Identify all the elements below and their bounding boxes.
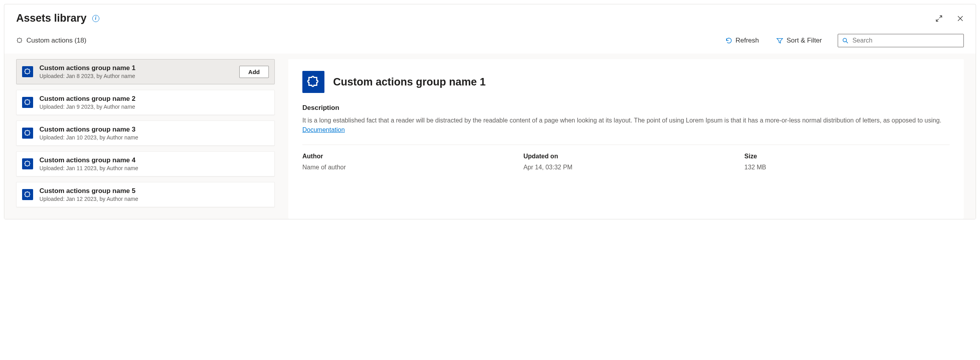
list-item-title: Custom actions group name 3 <box>39 126 269 134</box>
list-item[interactable]: Custom actions group name 5 Uploaded: Ja… <box>16 182 275 207</box>
detail-title: Custom actions group name 1 <box>333 76 486 88</box>
size-value: 132 MB <box>744 164 950 171</box>
puzzle-icon <box>302 71 324 93</box>
list-item[interactable]: Custom actions group name 4 Uploaded: Ja… <box>16 151 275 176</box>
puzzle-icon <box>22 189 33 200</box>
search-icon <box>842 37 848 44</box>
close-icon[interactable] <box>956 14 965 23</box>
detail-header: Custom actions group name 1 <box>302 71 950 93</box>
divider <box>302 145 950 145</box>
detail-pane: Custom actions group name 1 Description … <box>288 59 964 219</box>
tab-custom-actions[interactable]: Custom actions (18) <box>16 37 86 45</box>
metadata-row: Author Name of author Updated on Apr 14,… <box>302 153 950 171</box>
list-item-title: Custom actions group name 2 <box>39 95 269 103</box>
sort-filter-button[interactable]: Sort & Filter <box>774 35 824 46</box>
list-item[interactable]: Custom actions group name 2 Uploaded: Ja… <box>16 90 275 115</box>
refresh-icon <box>725 37 732 44</box>
tab-label: Custom actions (18) <box>26 37 86 45</box>
size-label: Size <box>744 153 950 160</box>
page-title: Assets library <box>16 12 87 24</box>
list-item-subtitle: Uploaded: Jan 10 2023, by Author name <box>39 134 269 141</box>
search-input[interactable] <box>852 37 960 44</box>
sort-filter-label: Sort & Filter <box>786 37 822 45</box>
puzzle-icon <box>22 97 33 108</box>
puzzle-icon <box>22 66 33 77</box>
search-box[interactable] <box>838 34 964 47</box>
updated-label: Updated on <box>524 153 729 160</box>
list-pane: Custom actions group name 1 Uploaded: Ja… <box>4 59 280 219</box>
list-item-title: Custom actions group name 1 <box>39 64 233 72</box>
list-item[interactable]: Custom actions group name 1 Uploaded: Ja… <box>16 59 275 84</box>
expand-icon[interactable] <box>935 14 943 23</box>
list-item-title: Custom actions group name 5 <box>39 187 269 195</box>
refresh-label: Refresh <box>736 37 759 45</box>
list-item-title: Custom actions group name 4 <box>39 156 269 164</box>
add-button[interactable]: Add <box>239 66 269 78</box>
info-icon[interactable]: i <box>92 15 99 22</box>
updated-value: Apr 14, 03:32 PM <box>524 164 729 171</box>
list-item-subtitle: Uploaded: Jan 12 2023, by Author name <box>39 196 269 202</box>
content-area: Custom actions group name 1 Uploaded: Ja… <box>4 54 976 219</box>
refresh-button[interactable]: Refresh <box>723 35 762 46</box>
description-label: Description <box>302 104 950 112</box>
modal-header: Assets library i <box>4 4 976 28</box>
svg-point-0 <box>843 38 846 42</box>
toolbar: Custom actions (18) Refresh Sort & Filte… <box>4 28 976 54</box>
puzzle-icon <box>22 158 33 169</box>
author-label: Author <box>302 153 508 160</box>
documentation-link[interactable]: Documentation <box>302 126 345 134</box>
list-item-subtitle: Uploaded: Jan 9 2023, by Author name <box>39 104 269 110</box>
description-text: It is a long established fact that a rea… <box>302 116 950 125</box>
author-value: Name of author <box>302 164 508 171</box>
puzzle-icon <box>16 37 23 44</box>
list-item-subtitle: Uploaded: Jan 11 2023, by Author name <box>39 165 269 171</box>
assets-library-modal: Assets library i Custom actions (18) <box>4 4 976 219</box>
filter-icon <box>776 37 783 44</box>
puzzle-icon <box>22 128 33 139</box>
list-item[interactable]: Custom actions group name 3 Uploaded: Ja… <box>16 121 275 146</box>
list-item-subtitle: Uploaded: Jan 8 2023, by Author name <box>39 73 233 79</box>
